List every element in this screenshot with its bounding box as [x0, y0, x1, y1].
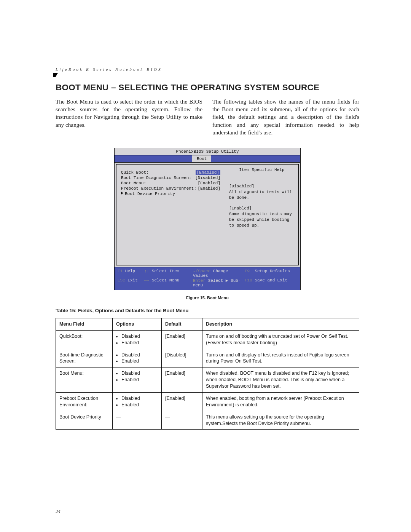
header-rule: [56, 74, 359, 74]
intro-paragraph-right: The following tables show the names of t…: [212, 98, 359, 136]
table-cell-default: —: [162, 411, 202, 430]
table-cell-description: When enabled, booting from a network ser…: [202, 392, 359, 411]
table-row: Boot Menu:DisabledEnabled[Enabled]When d…: [56, 367, 359, 393]
bios-title-bar: PhoenixBIOS Setup Utility: [115, 148, 300, 155]
bios-field-value-selected: [Enabled]: [196, 170, 220, 175]
table-header: Description: [202, 318, 359, 330]
table-cell-options: DisabledEnabled: [113, 392, 162, 411]
bios-tab-bar: MainAdvancedSecurity Boot: [115, 155, 300, 163]
table-row: Boot-time Diagnostic Screen:DisabledEnab…: [56, 349, 359, 367]
intro-columns: The Boot Menu is used to select the orde…: [56, 98, 359, 136]
bios-help-title: Item Specific Help: [229, 168, 295, 172]
options-table: Menu Field Options Default Description Q…: [56, 318, 359, 430]
table-row: Preboot Execution Environment:DisabledEn…: [56, 392, 359, 411]
bios-help-text: [Disabled] All diagnostic tests will be …: [229, 184, 295, 201]
intro-paragraph-left: The Boot Menu is used to select the orde…: [56, 98, 202, 136]
triangle-right-icon: [121, 192, 123, 195]
header-corner-icon: [53, 73, 58, 77]
table-cell-description: When disabled, BOOT menu is disabled and…: [202, 367, 359, 393]
bios-tab-boot: Boot: [192, 155, 211, 162]
running-header: LifeBook B Series Notebook BIOS: [56, 67, 359, 72]
table-cell-default: [Enabled]: [162, 392, 202, 411]
table-cell-options: DisabledEnabled: [113, 349, 162, 367]
table-cell-field: Boot-time Diagnostic Screen:: [56, 349, 113, 367]
table-header: Default: [162, 318, 202, 330]
bios-footer: F1 Help ↑↓ Select Item -/Space Change Va…: [115, 267, 300, 290]
bios-field-label: Boot Menu:: [121, 181, 146, 185]
table-cell-default: [Enabled]: [162, 330, 202, 349]
table-caption: Table 15: Fields, Options and Defaults f…: [56, 308, 359, 313]
table-cell-options: DisabledEnabled: [113, 367, 162, 393]
bios-field-label: Quick Boot:: [121, 170, 149, 175]
bios-field-value: [Enabled]: [198, 186, 220, 191]
table-cell-default: [Enabled]: [162, 367, 202, 393]
table-cell-description: Turns on and off booting with a truncate…: [202, 330, 359, 349]
page-title: BOOT MENU – SELECTING THE OPERATING SYST…: [56, 83, 359, 93]
table-cell-default: [Disabled]: [162, 349, 202, 367]
table-header: Menu Field: [56, 318, 113, 330]
table-cell-description: This menu allows setting up the source f…: [202, 411, 359, 430]
document-page: LifeBook B Series Notebook BIOS BOOT MEN…: [0, 0, 411, 532]
bios-help-panel: Item Specific Help [Disabled] All diagno…: [225, 164, 299, 265]
table-cell-field: Boot Device Priority: [56, 411, 113, 430]
bios-field-value: [Disabled]: [195, 176, 220, 180]
bios-field-label: Boot Time Diagnostic Screen:: [121, 176, 191, 180]
figure-caption: Figure 15. Boot Menu: [56, 296, 359, 300]
page-number: 24: [56, 508, 61, 514]
table-cell-description: Turns on and off display of test results…: [202, 349, 359, 367]
table-cell-options: DisabledEnabled: [113, 330, 162, 349]
table-row: Boot Device Priority——This menu allows s…: [56, 411, 359, 430]
table-cell-field: Preboot Execution Environment:: [56, 392, 113, 411]
bios-submenu-item: Boot Device Priority: [121, 192, 175, 196]
table-cell-field: QuickBoot:: [56, 330, 113, 349]
bios-help-text: [Enabled] Some diagnostic tests may be s…: [229, 206, 295, 228]
table-cell-field: Boot Menu:: [56, 367, 113, 393]
table-row: QuickBoot:DisabledEnabled[Enabled]Turns …: [56, 330, 359, 349]
table-header: Options: [113, 318, 162, 330]
bios-field-label: Preboot Execution Environment:: [121, 186, 196, 191]
bios-main-panel: Quick Boot:[Enabled] Boot Time Diagnosti…: [116, 164, 225, 265]
bios-screenshot: PhoenixBIOS Setup Utility MainAdvancedSe…: [114, 148, 301, 290]
table-cell-options: —: [113, 411, 162, 430]
bios-field-value: [Enabled]: [198, 181, 220, 185]
